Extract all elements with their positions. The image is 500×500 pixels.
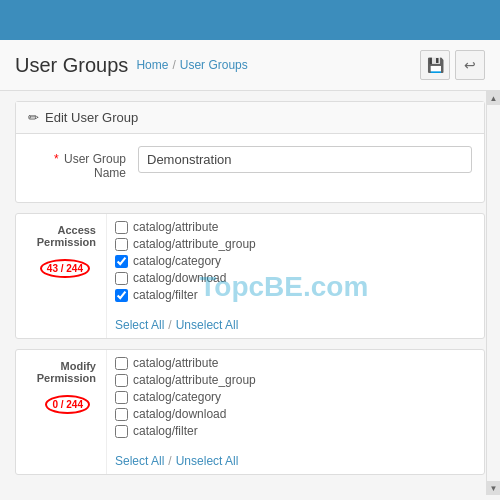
- list-item[interactable]: catalog/attribute_group: [115, 373, 476, 387]
- modify-scroll-down[interactable]: ▼: [487, 481, 501, 495]
- required-star: *: [54, 152, 59, 166]
- modify-scroll-up[interactable]: ▲: [487, 91, 501, 105]
- modify-permission-list-col: catalog/attribute catalog/attribute_grou…: [106, 350, 484, 474]
- list-item[interactable]: catalog/attribute_group: [115, 237, 476, 251]
- list-item[interactable]: catalog/attribute: [115, 356, 476, 370]
- back-button[interactable]: ↩: [455, 50, 485, 80]
- access-label-4: catalog/download: [133, 271, 226, 285]
- access-checkbox-4[interactable]: [115, 272, 128, 285]
- breadcrumb-home[interactable]: Home: [136, 58, 168, 72]
- modify-checkbox-5[interactable]: [115, 425, 128, 438]
- access-label-5: catalog/filter: [133, 288, 198, 302]
- access-permission-badge-wrapper: 43 / 244: [21, 248, 96, 278]
- modify-checkbox-4[interactable]: [115, 408, 128, 421]
- access-unselect-all-link[interactable]: Unselect All: [176, 318, 239, 332]
- modify-permission-scroll[interactable]: catalog/attribute catalog/attribute_grou…: [107, 350, 484, 450]
- access-permission-list-col: catalog/attribute catalog/attribute_grou…: [106, 214, 484, 338]
- top-navigation-bar: [0, 0, 500, 40]
- breadcrumb-current[interactable]: User Groups: [180, 58, 248, 72]
- access-checkbox-3[interactable]: [115, 255, 128, 268]
- panel-body: * User Group Name: [16, 134, 484, 202]
- access-select-all-link[interactable]: Select All: [115, 318, 164, 332]
- modify-checkbox-2[interactable]: [115, 374, 128, 387]
- access-permission-label-col: Access Permission 43 / 244: [16, 214, 106, 338]
- modify-permission-section: Modify Permission 0 / 244 catalog/attrib…: [15, 349, 485, 475]
- list-item[interactable]: catalog/filter: [115, 424, 476, 438]
- access-permission-scroll[interactable]: catalog/attribute catalog/attribute_grou…: [107, 214, 484, 314]
- modify-select-all-link[interactable]: Select All: [115, 454, 164, 468]
- access-checkbox-1[interactable]: [115, 221, 128, 234]
- field-label-text: User Group Name: [64, 152, 126, 180]
- list-item[interactable]: catalog/download: [115, 407, 476, 421]
- access-checkbox-2[interactable]: [115, 238, 128, 251]
- access-label-1: catalog/attribute: [133, 220, 218, 234]
- access-links-separator: /: [168, 318, 171, 332]
- modify-permission-label: Modify Permission: [21, 360, 96, 384]
- access-label-3: catalog/category: [133, 254, 221, 268]
- edit-panel: ✏ Edit User Group * User Group Name: [15, 101, 485, 203]
- breadcrumb: Home / User Groups: [136, 58, 247, 72]
- access-permission-badge: 43 / 244: [40, 259, 90, 278]
- modify-label-5: catalog/filter: [133, 424, 198, 438]
- modify-permission-label-col: Modify Permission 0 / 244: [16, 350, 106, 474]
- access-permission-section: Access Permission 43 / 244 catalog/attri…: [15, 213, 485, 339]
- panel-header: ✏ Edit User Group: [16, 102, 484, 134]
- modify-links-separator: /: [168, 454, 171, 468]
- modify-checkbox-3[interactable]: [115, 391, 128, 404]
- access-permission-row: Access Permission 43 / 244 catalog/attri…: [16, 214, 484, 338]
- page-title: User Groups: [15, 54, 128, 77]
- main-content: TopcBE.com ✏ Edit User Group * User Grou…: [0, 91, 500, 495]
- panel-title: Edit User Group: [45, 110, 138, 125]
- user-group-name-label: * User Group Name: [28, 146, 138, 180]
- modify-checkbox-1[interactable]: [115, 357, 128, 370]
- modify-permission-badge-wrapper: 0 / 244: [21, 384, 96, 414]
- access-label-2: catalog/attribute_group: [133, 237, 256, 251]
- access-permission-label: Access Permission: [21, 224, 96, 248]
- user-group-name-row: * User Group Name: [28, 146, 472, 180]
- list-item[interactable]: catalog/filter: [115, 288, 476, 302]
- access-permission-select-links: Select All / Unselect All: [107, 314, 484, 338]
- modify-label-4: catalog/download: [133, 407, 226, 421]
- modify-permission-select-links: Select All / Unselect All: [107, 450, 484, 474]
- modify-permission-badge: 0 / 244: [45, 395, 90, 414]
- list-item[interactable]: catalog/attribute: [115, 220, 476, 234]
- modify-label-2: catalog/attribute_group: [133, 373, 256, 387]
- page-header-actions: 💾 ↩: [420, 50, 485, 80]
- access-checkbox-5[interactable]: [115, 289, 128, 302]
- list-item[interactable]: catalog/category: [115, 390, 476, 404]
- user-group-name-input[interactable]: [138, 146, 472, 173]
- list-item[interactable]: catalog/download: [115, 271, 476, 285]
- save-button[interactable]: 💾: [420, 50, 450, 80]
- modify-label-1: catalog/attribute: [133, 356, 218, 370]
- list-item[interactable]: catalog/category: [115, 254, 476, 268]
- pencil-icon: ✏: [28, 110, 39, 125]
- page-header: User Groups Home / User Groups 💾 ↩: [0, 40, 500, 91]
- modify-unselect-all-link[interactable]: Unselect All: [176, 454, 239, 468]
- breadcrumb-separator: /: [172, 58, 175, 72]
- modify-label-3: catalog/category: [133, 390, 221, 404]
- modify-scrollbar[interactable]: ▲ ▼: [486, 91, 500, 495]
- modify-permission-row: Modify Permission 0 / 244 catalog/attrib…: [16, 350, 484, 474]
- page-header-left: User Groups Home / User Groups: [15, 54, 248, 77]
